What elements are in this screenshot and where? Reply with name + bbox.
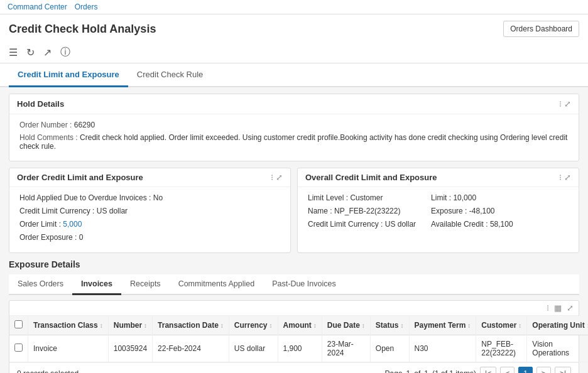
credit-cards-row: Order Credit Limit and Exposure ⁝ ⤢ Hold… bbox=[9, 168, 579, 253]
main-tabs: Credit Limit and Exposure Credit Check R… bbox=[0, 63, 588, 87]
invoices-table: Transaction Class ↕ Number ↕ bbox=[9, 316, 588, 362]
overall-right-value-0: 10,000 bbox=[453, 193, 476, 202]
last-page-button[interactable]: >| bbox=[555, 367, 571, 373]
hold-details-card: Hold Details ⁝ ⤢ Order Number : 66290 Ho… bbox=[9, 94, 579, 161]
overall-left-value-1: NP_FEB-22(23222) bbox=[334, 207, 400, 215]
th-due-date[interactable]: Due Date ↕ bbox=[322, 316, 370, 335]
order-credit-icons[interactable]: ⁝ ⤢ bbox=[271, 173, 283, 182]
hold-details-icons[interactable]: ⁝ ⤢ bbox=[559, 99, 571, 109]
sort-icon-payment-term: ↕ bbox=[467, 322, 471, 329]
overall-credit-right: Limit : 10,000 Exposure : -48,100 Availa… bbox=[431, 193, 513, 233]
order-credit-value-0: No bbox=[153, 193, 163, 202]
page-label: Page bbox=[385, 369, 403, 373]
sort-icon-transaction-class: ↕ bbox=[100, 322, 103, 329]
row-checkbox-cell[interactable] bbox=[9, 335, 28, 362]
sort-icon-number: ↕ bbox=[144, 322, 147, 329]
of-label: of bbox=[414, 369, 420, 373]
orders-dashboard-button[interactable]: Orders Dashboard bbox=[503, 21, 579, 37]
refresh-icon[interactable]: ↻ bbox=[26, 46, 35, 58]
order-credit-row-1: Credit Limit Currency : US dollar bbox=[19, 207, 280, 215]
tab-credit-limit[interactable]: Credit Limit and Exposure bbox=[9, 63, 128, 87]
overall-right-label-0: Limit : bbox=[431, 193, 451, 202]
cell-due-date: 23-Mar-2024 bbox=[322, 335, 370, 362]
table-icon-dots[interactable]: ⁝ bbox=[547, 303, 549, 313]
th-status[interactable]: Status ↕ bbox=[370, 316, 409, 335]
top-navigation: Command Center Orders bbox=[0, 0, 588, 14]
order-credit-row-0: Hold Applied Due to Overdue Invoices : N… bbox=[19, 193, 280, 202]
sub-tab-receipts[interactable]: Receipts bbox=[121, 274, 170, 295]
row-checkbox[interactable] bbox=[14, 343, 23, 352]
sub-tab-commitments[interactable]: Commitments Applied bbox=[170, 274, 264, 295]
sort-icon-due-date: ↕ bbox=[362, 322, 365, 329]
tab-credit-check-rule[interactable]: Credit Check Rule bbox=[128, 63, 212, 87]
select-all-checkbox[interactable] bbox=[14, 320, 23, 328]
sort-icon-transaction-date: ↕ bbox=[220, 322, 224, 329]
page-header: Credit Check Hold Analysis Orders Dashbo… bbox=[0, 14, 588, 42]
sub-tab-past-due[interactable]: Past-Due Invoices bbox=[263, 274, 344, 295]
overall-right-value-2: 58,100 bbox=[490, 220, 513, 229]
order-credit-body: Hold Applied Due to Overdue Invoices : N… bbox=[9, 187, 290, 252]
pagination: Page 1 of 1 (1 of 1 items) |< < 1 > >| bbox=[385, 367, 571, 373]
toolbar: ☰ ↻ ↗ ⓘ bbox=[0, 42, 588, 63]
table-row: Invoice 10035924 22-Feb-2024 US dollar 1… bbox=[9, 335, 588, 362]
items-info: (1 of 1 items) bbox=[432, 369, 476, 373]
th-transaction-class[interactable]: Transaction Class ↕ bbox=[28, 316, 109, 335]
cell-transaction-class: Invoice bbox=[28, 335, 109, 362]
th-amount[interactable]: Amount ↕ bbox=[278, 316, 322, 335]
order-credit-label-0: Hold Applied Due to Overdue Invoices : bbox=[19, 193, 151, 202]
order-credit-card: Order Credit Limit and Exposure ⁝ ⤢ Hold… bbox=[9, 168, 291, 253]
overall-right-row-2: Available Credit : 58,100 bbox=[431, 220, 513, 229]
sub-tabs: Sales Orders Invoices Receipts Commitmen… bbox=[9, 274, 579, 295]
overall-right-label-2: Available Credit : bbox=[431, 220, 488, 229]
page-1-button[interactable]: 1 bbox=[518, 367, 533, 373]
table-icon-columns[interactable]: ▦ bbox=[554, 303, 562, 313]
overall-right-row-0: Limit : 10,000 bbox=[431, 193, 513, 202]
cell-currency: US dollar bbox=[229, 335, 278, 362]
overall-left-value-2: US dollar bbox=[385, 220, 416, 229]
menu-icon[interactable]: ☰ bbox=[9, 46, 18, 58]
info-icon[interactable]: ⓘ bbox=[60, 46, 70, 59]
exposure-title: Exposure Details bbox=[9, 259, 579, 269]
sort-icon-status: ↕ bbox=[401, 322, 404, 329]
sub-tab-sales-orders[interactable]: Sales Orders bbox=[9, 274, 72, 295]
th-payment-term[interactable]: Payment Term ↕ bbox=[409, 316, 476, 335]
overall-left-label-0: Limit Level : bbox=[308, 193, 348, 202]
page-title: Credit Check Hold Analysis bbox=[9, 23, 156, 36]
order-credit-value-1: US dollar bbox=[97, 207, 128, 215]
overall-right-value-1: -48,100 bbox=[469, 207, 495, 215]
overall-credit-title: Overall Credit Limit and Exposure bbox=[305, 173, 437, 182]
overall-credit-icons[interactable]: ⁝ ⤢ bbox=[559, 173, 571, 182]
th-number[interactable]: Number ↕ bbox=[108, 316, 152, 335]
overall-left-row-1: Name : NP_FEB-22(23222) bbox=[308, 207, 416, 215]
content-area: Hold Details ⁝ ⤢ Order Number : 66290 Ho… bbox=[0, 87, 588, 373]
nav-orders[interactable]: Orders bbox=[75, 3, 98, 11]
order-number-row: Order Number : 66290 bbox=[19, 121, 569, 129]
th-transaction-date[interactable]: Transaction Date ↕ bbox=[153, 316, 229, 335]
share-icon[interactable]: ↗ bbox=[43, 46, 52, 58]
order-credit-value-3: 0 bbox=[79, 233, 84, 242]
hold-comments-value: Credit check hold applied. Order limit e… bbox=[19, 133, 567, 151]
exposure-section: Exposure Details Sales Orders Invoices R… bbox=[9, 259, 579, 373]
order-credit-title: Order Credit Limit and Exposure bbox=[17, 173, 143, 182]
sub-tab-invoices[interactable]: Invoices bbox=[72, 274, 121, 295]
table-icon-expand[interactable]: ⤢ bbox=[567, 303, 574, 313]
overall-credit-body: Limit Level : Customer Name : NP_FEB-22(… bbox=[298, 187, 579, 239]
overall-credit-card: Overall Credit Limit and Exposure ⁝ ⤢ Li… bbox=[297, 168, 579, 253]
th-customer[interactable]: Customer ↕ bbox=[476, 316, 527, 335]
hold-comments-label: Hold Comments : bbox=[19, 133, 78, 142]
prev-page-button[interactable]: < bbox=[500, 367, 514, 373]
cell-number: 10035924 bbox=[108, 335, 152, 362]
total-pages: 1 bbox=[424, 369, 428, 373]
invoices-table-section: ⁝ ▦ ⤢ Transaction Class ↕ bbox=[9, 300, 579, 373]
hold-comments-row: Hold Comments : Credit check hold applie… bbox=[19, 133, 569, 151]
sort-icon-currency: ↕ bbox=[270, 322, 273, 329]
overall-left-label-1: Name : bbox=[308, 207, 332, 215]
th-currency[interactable]: Currency ↕ bbox=[229, 316, 278, 335]
nav-command-center[interactable]: Command Center bbox=[8, 3, 67, 11]
first-page-button[interactable]: |< bbox=[480, 367, 496, 373]
select-all-header[interactable] bbox=[9, 316, 28, 335]
th-operating-unit[interactable]: Operating Unit ↕ bbox=[527, 316, 588, 335]
overall-right-label-1: Exposure : bbox=[431, 207, 467, 215]
cell-customer: NP_FEB-22(23222) bbox=[476, 335, 527, 362]
next-page-button[interactable]: > bbox=[536, 367, 551, 373]
